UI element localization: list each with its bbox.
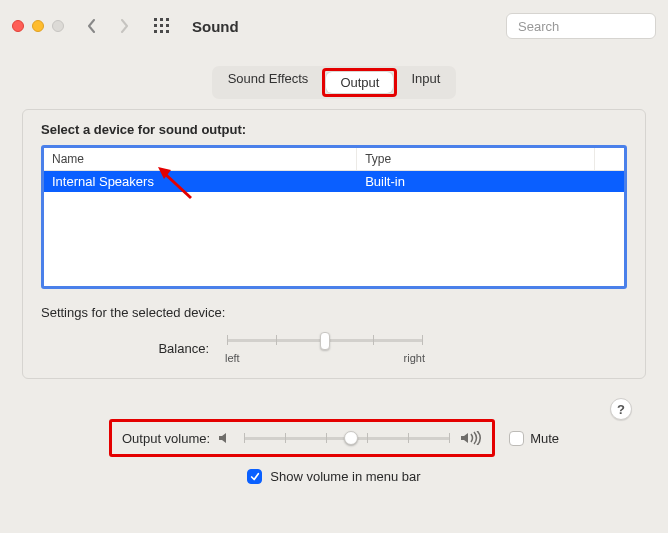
- output-volume-knob[interactable]: [344, 431, 358, 445]
- svg-rect-5: [166, 24, 169, 27]
- column-header-type[interactable]: Type: [357, 148, 594, 170]
- svg-rect-4: [160, 24, 163, 27]
- tab-output[interactable]: Output: [326, 72, 393, 93]
- balance-right-label: right: [404, 352, 425, 364]
- list-row[interactable]: Internal Speakers Built-in: [44, 171, 624, 192]
- checkmark-icon: [250, 472, 260, 482]
- mute-label: Mute: [530, 431, 559, 446]
- settings-for-label: Settings for the selected device:: [41, 305, 627, 320]
- close-window-button[interactable]: [12, 20, 24, 32]
- show-volume-row: Show volume in menu bar: [0, 469, 668, 484]
- balance-slider-wrap: left right: [225, 330, 425, 364]
- speaker-low-icon: [218, 431, 234, 445]
- tab-segment: Sound Effects Output Input: [212, 66, 457, 99]
- window-title: Sound: [192, 18, 239, 35]
- tabs: Sound Effects Output Input: [0, 66, 668, 99]
- balance-left-label: left: [225, 352, 240, 364]
- tab-input[interactable]: Input: [397, 68, 454, 97]
- output-panel: Select a device for sound output: Name T…: [22, 109, 646, 379]
- device-type: Built-in: [357, 171, 624, 192]
- output-volume-row: Output volume: Mute: [0, 419, 668, 457]
- svg-rect-1: [160, 18, 163, 21]
- svg-rect-2: [166, 18, 169, 21]
- select-device-label: Select a device for sound output:: [41, 122, 627, 137]
- list-header: Name Type: [44, 148, 624, 171]
- speaker-high-icon: [460, 431, 482, 445]
- balance-slider-knob[interactable]: [320, 332, 330, 350]
- column-header-name[interactable]: Name: [44, 148, 357, 170]
- minimize-window-button[interactable]: [32, 20, 44, 32]
- balance-slider[interactable]: [225, 330, 425, 350]
- show-volume-checkbox[interactable]: [247, 469, 262, 484]
- column-header-spacer: [594, 148, 624, 170]
- chevron-right-icon: [118, 19, 130, 33]
- svg-rect-6: [154, 30, 157, 33]
- grid-icon: [154, 18, 170, 34]
- help-button[interactable]: ?: [610, 398, 632, 420]
- show-all-prefs-button[interactable]: [150, 14, 174, 38]
- output-device-list[interactable]: Name Type Internal Speakers Built-in: [41, 145, 627, 289]
- zoom-window-button[interactable]: [52, 20, 64, 32]
- mute-checkbox-wrap[interactable]: Mute: [509, 431, 559, 446]
- annotation-tab-highlight: Output: [322, 68, 397, 97]
- annotation-volume-highlight: Output volume:: [109, 419, 495, 457]
- svg-rect-7: [160, 30, 163, 33]
- svg-rect-8: [166, 30, 169, 33]
- search-input[interactable]: [518, 19, 668, 34]
- device-name: Internal Speakers: [44, 171, 357, 192]
- show-volume-label: Show volume in menu bar: [270, 469, 420, 484]
- output-volume-slider[interactable]: [242, 428, 452, 448]
- tab-sound-effects[interactable]: Sound Effects: [214, 68, 323, 97]
- window-controls: [12, 20, 64, 32]
- balance-label: Balance:: [151, 339, 209, 356]
- output-volume-label: Output volume:: [122, 431, 210, 446]
- svg-rect-0: [154, 18, 157, 21]
- back-button[interactable]: [80, 14, 104, 38]
- title-bar: Sound: [0, 0, 668, 52]
- mute-checkbox[interactable]: [509, 431, 524, 446]
- svg-rect-3: [154, 24, 157, 27]
- forward-button[interactable]: [112, 14, 136, 38]
- balance-row: Balance: left right: [151, 330, 627, 364]
- chevron-left-icon: [86, 19, 98, 33]
- search-field-wrap[interactable]: [506, 13, 656, 39]
